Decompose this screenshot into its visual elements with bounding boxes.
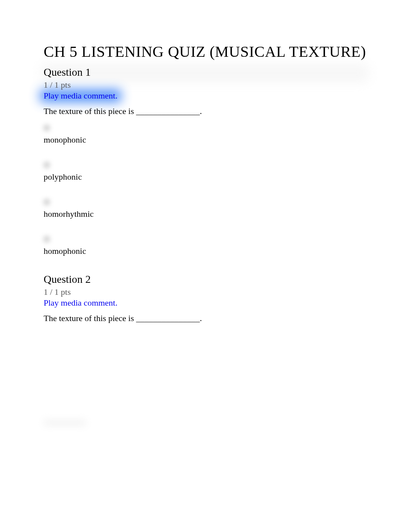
question-header: Question 2 1 / 1 pts Play media comment. <box>44 273 366 308</box>
question-heading: Question 1 <box>44 66 366 78</box>
radio-icon <box>44 162 50 168</box>
radio-icon <box>44 199 50 205</box>
question-points: 1 / 1 pts <box>44 287 366 297</box>
question-prompt: The texture of this piece is ___________… <box>44 313 366 323</box>
radio-icon <box>44 236 50 242</box>
media-link-highlight: Play media comment. <box>44 91 117 101</box>
question-heading: Question 2 <box>44 273 366 286</box>
option-label: homophonic <box>44 246 366 256</box>
option-label: polyphonic <box>44 172 366 182</box>
answer-option[interactable]: homorhythmic <box>44 199 366 219</box>
question-header: Question 1 1 / 1 pts Play media comment. <box>44 66 366 101</box>
blurred-text-strip <box>44 420 86 425</box>
play-media-link[interactable]: Play media comment. <box>44 91 117 101</box>
blurred-content-region <box>44 332 366 417</box>
answer-option[interactable]: monophonic <box>44 125 366 145</box>
question-prompt: The texture of this piece is ___________… <box>44 106 366 116</box>
answer-option[interactable]: polyphonic <box>44 162 366 182</box>
question-block: Question 1 1 / 1 pts Play media comment.… <box>44 66 366 256</box>
question-points: 1 / 1 pts <box>44 80 366 90</box>
option-label: homorhythmic <box>44 209 366 219</box>
radio-icon <box>44 125 50 131</box>
question-block: Question 2 1 / 1 pts Play media comment.… <box>44 273 366 425</box>
option-label: monophonic <box>44 135 366 145</box>
answer-option[interactable]: homophonic <box>44 236 366 256</box>
page-title: CH 5 LISTENING QUIZ (MUSICAL TEXTURE) <box>44 42 366 61</box>
play-media-link[interactable]: Play media comment. <box>44 298 117 308</box>
